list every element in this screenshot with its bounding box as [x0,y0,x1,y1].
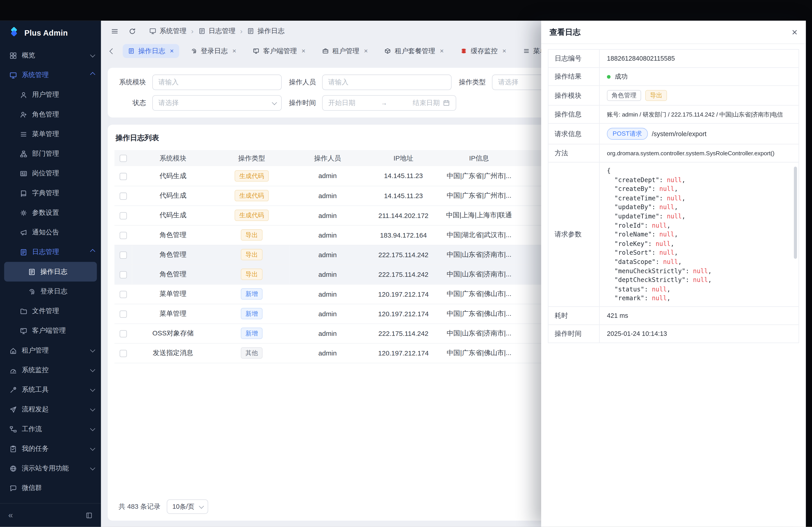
detail-row-time: 操作时间 2025-01-24 10:14:13 [548,325,798,343]
tabs-scroll-left-icon[interactable] [108,47,117,55]
sidebar-item-label: 我的任务 [21,444,48,453]
detail-label: 日志编号 [548,49,599,67]
tab-label: 租户管理 [332,46,359,56]
sidebar-item-user-mgmt[interactable]: 用户管理 [0,85,101,105]
sidebar-item-post-mgmt[interactable]: 岗位管理 [0,164,101,183]
row-checkbox[interactable] [119,311,127,318]
method-value: org.dromara.system.controller.system.Sys… [600,145,799,162]
refresh-icon[interactable] [126,24,139,38]
sidebar-item-system-tools[interactable]: 系统工具 [0,380,101,400]
row-checkbox[interactable] [119,232,127,239]
page-size-select[interactable]: 10条/页 [167,499,208,514]
tab-close-icon[interactable]: × [232,48,236,54]
log-detail-table: 日志编号 1882612840802115585 操作结果 成功 操作模块 角色… [548,49,799,343]
status-select[interactable]: 请选择 [152,95,282,111]
sidebar-item-client-mgmt[interactable]: 客户端管理 [0,321,101,340]
cell-ip: 222.175.114.242 [366,245,441,265]
cell-checkbox [114,186,132,205]
row-checkbox[interactable] [119,212,127,219]
operation-time-range-input[interactable]: 开始日期 → 结束日期 [322,95,456,111]
row-checkbox[interactable] [119,271,127,278]
close-icon[interactable]: × [792,27,798,37]
tab-cache-monitor[interactable]: 缓存监控× [455,44,511,58]
placeholder-text: 请输入 [329,77,349,87]
sidebar-item-label: 字典管理 [32,189,59,198]
breadcrumb-separator: › [191,28,193,35]
cell-operator: admin [289,205,366,225]
scrollbar-thumb[interactable] [794,167,797,259]
sidebar-item-role-mgmt[interactable]: 角色管理 [0,105,101,124]
sidebar-item-notice[interactable]: 通知公告 [0,223,101,242]
hamburger-menu-icon[interactable] [108,24,121,38]
chat-icon [9,484,17,492]
cell-ip: 120.197.212.174 [366,304,441,323]
tab-operation-log[interactable]: 操作日志× [123,44,179,58]
sidebar-item-login-log[interactable]: 登录日志 [0,282,101,301]
operator-input[interactable]: 请输入 [322,75,452,90]
cell-ip: 120.197.212.174 [366,343,441,363]
breadcrumb-item[interactable]: 操作日志 [247,26,285,35]
screen: Plus Admin 概览系统管理用户管理角色管理菜单管理部门管理岗位管理字典管… [0,0,812,527]
json-line: "createBy": null, [607,185,791,194]
sidebar-item-system-monitor[interactable]: 系统监控 [0,360,101,380]
detail-row-method: 方法 org.dromara.system.controller.system.… [548,145,798,163]
sidebar-item-dict-mgmt[interactable]: 字典管理 [0,183,101,203]
system-module-input[interactable]: 请输入 [152,75,282,90]
success-dot-icon [607,75,611,78]
row-checkbox[interactable] [119,193,127,200]
cell-system-module: 菜单管理 [132,304,214,323]
sidebar-item-system-mgmt[interactable]: 系统管理 [0,65,101,85]
collapse-sidebar-icon[interactable]: « [8,511,13,520]
column-header-operation-type: 操作类型 [214,150,289,166]
tab-tenant-mgmt[interactable]: 租户管理× [317,44,373,58]
cell-ip-info: 中国|山东省|济南市|... [441,323,517,343]
row-checkbox[interactable] [119,330,127,337]
request-params-code[interactable]: { "createDept": null, "createBy": null, … [600,163,799,306]
chevron-down-icon [90,406,95,411]
row-checkbox[interactable] [119,350,127,357]
sidebar-item-process-start[interactable]: 流程发起 [0,400,101,419]
sidebar-item-log-mgmt[interactable]: 日志管理 [0,242,101,262]
sidebar-item-demo-features[interactable]: 演示站专用功能 [0,458,101,478]
tab-close-icon[interactable]: × [302,48,305,54]
folder-icon [20,307,27,315]
sidebar-item-param-settings[interactable]: 参数设置 [0,203,101,223]
json-line: "roleKey": null, [607,239,791,249]
column-header-ip: IP地址 [366,150,441,166]
module-tag: 角色管理 [607,90,641,101]
json-line: "roleSort": null, [607,249,791,258]
sidebar-item-wechat-group[interactable]: 微信群 [0,478,101,498]
row-checkbox[interactable] [119,291,127,298]
sidebar-item-tenant-mgmt[interactable]: 租户管理 [0,341,101,360]
breadcrumb-item[interactable]: 系统管理 [149,26,186,35]
sidebar-item-operation-log[interactable]: 操作日志 [4,262,97,282]
row-checkbox[interactable] [119,251,127,258]
cell-operation-type: 其他 [214,343,289,363]
sidebar-item-workflow[interactable]: 工作流 [0,419,101,439]
sidebar-item-label: 系统工具 [21,385,48,394]
sidebar-item-my-tasks[interactable]: 我的任务 [0,439,101,458]
sidebar-item-file-mgmt[interactable]: 文件管理 [0,301,101,321]
sidebar-item-overview[interactable]: 概览 [0,46,101,65]
tab-close-icon[interactable]: × [170,48,174,54]
tab-close-icon[interactable]: × [502,48,506,54]
tab-close-icon[interactable]: × [440,48,444,54]
drawer-header: 查看日志 × [541,21,806,44]
tab-close-icon[interactable]: × [364,48,368,54]
monitor2-icon [9,366,17,374]
cell-operator: admin [289,225,366,245]
breadcrumb-item[interactable]: 日志管理 [198,26,235,35]
tab-tenant-package-mgmt[interactable]: 租户套餐管理× [379,44,449,58]
tab-client-mgmt[interactable]: 客户端管理× [248,44,310,58]
tab-login-log[interactable]: 登录日志× [185,44,241,58]
sidebar-item-label: 流程发起 [21,405,48,414]
sidebar-item-dept-mgmt[interactable]: 部门管理 [0,144,101,163]
sidebar-item-menu-mgmt[interactable]: 菜单管理 [0,124,101,144]
pin-sidebar-icon[interactable] [86,512,93,519]
select-all-checkbox[interactable] [119,155,127,162]
cell-system-module: 代码生成 [132,166,214,186]
row-checkbox[interactable] [119,173,127,180]
cell-ip-info: 中国|广东省|佛山市|... [441,343,517,363]
sidebar-footer: « [0,503,101,527]
column-header-ip-info: IP信息 [441,150,517,166]
